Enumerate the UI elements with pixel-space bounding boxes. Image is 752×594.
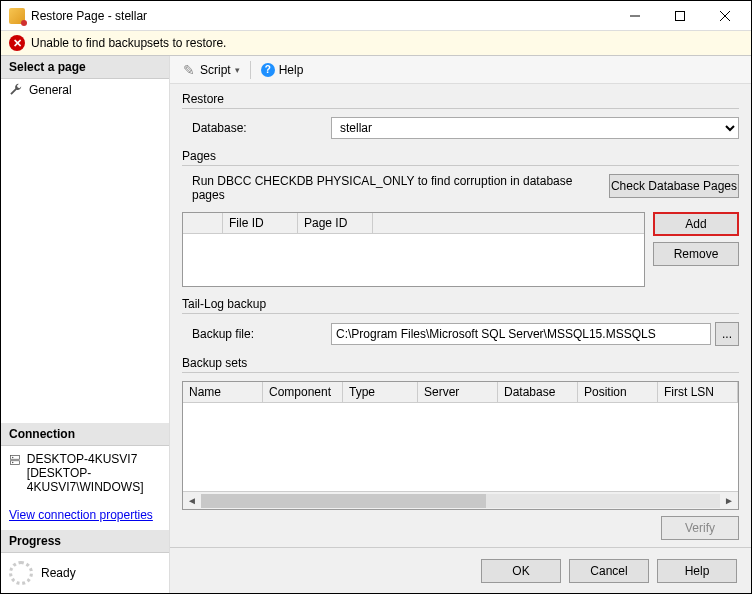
progress-text: Ready <box>41 566 76 580</box>
taillog-title: Tail-Log backup <box>182 297 739 314</box>
col-component: Component <box>263 382 343 402</box>
scroll-right-icon[interactable]: ► <box>720 495 738 506</box>
add-button[interactable]: Add <box>653 212 739 236</box>
progress-spinner <box>9 561 33 585</box>
error-icon: ✕ <box>9 35 25 51</box>
script-button[interactable]: ✎ Script ▾ <box>176 61 246 79</box>
close-button[interactable] <box>702 2 747 30</box>
restore-group: Restore Database: stellar <box>182 92 739 139</box>
scroll-left-icon[interactable]: ◄ <box>183 495 201 506</box>
col-server: Server <box>418 382 498 402</box>
backup-sets-group: Backup sets Name Component Type Server D… <box>182 356 739 540</box>
col-name: Name <box>183 382 263 402</box>
server-name: DESKTOP-4KUSVI7 <box>27 452 161 466</box>
help-footer-button[interactable]: Help <box>657 559 737 583</box>
col-fileid: File ID <box>223 213 298 233</box>
svg-point-7 <box>12 462 13 463</box>
col-position: Position <box>578 382 658 402</box>
toolbar: ✎ Script ▾ ? Help <box>170 56 751 84</box>
connection-header: Connection <box>1 423 169 446</box>
sidebar-item-label: General <box>29 83 72 97</box>
backup-file-input[interactable] <box>331 323 711 345</box>
restore-title: Restore <box>182 92 739 109</box>
sidebar-item-general[interactable]: General <box>1 79 169 101</box>
col-firstlsn: First LSN <box>658 382 738 402</box>
col-pageid: Page ID <box>298 213 373 233</box>
ok-button[interactable]: OK <box>481 559 561 583</box>
chevron-down-icon: ▾ <box>235 65 240 75</box>
database-label: Database: <box>182 121 327 135</box>
pages-hint: Run DBCC CHECKDB PHYSICAL_ONLY to find c… <box>182 174 601 202</box>
svg-point-6 <box>12 457 13 458</box>
server-detail: [DESKTOP-4KUSVI7\WINDOWS] <box>27 466 161 494</box>
maximize-button[interactable] <box>657 2 702 30</box>
col-type: Type <box>343 382 418 402</box>
script-icon: ✎ <box>182 63 196 77</box>
check-database-pages-button[interactable]: Check Database Pages <box>609 174 739 198</box>
select-page-header: Select a page <box>1 56 169 79</box>
backup-sets-grid[interactable]: Name Component Type Server Database Posi… <box>182 381 739 510</box>
backup-file-label: Backup file: <box>182 327 327 341</box>
minimize-button[interactable] <box>612 2 657 30</box>
window-title: Restore Page - stellar <box>31 9 612 23</box>
col-database: Database <box>498 382 578 402</box>
help-button[interactable]: ? Help <box>255 61 310 79</box>
dialog-footer: OK Cancel Help <box>170 547 751 593</box>
help-icon: ? <box>261 63 275 77</box>
progress-header: Progress <box>1 530 169 553</box>
backup-sets-title: Backup sets <box>182 356 739 373</box>
taillog-group: Tail-Log backup Backup file: ... <box>182 297 739 346</box>
svg-rect-4 <box>10 456 19 460</box>
wrench-icon <box>9 83 23 97</box>
title-bar: Restore Page - stellar <box>1 1 751 31</box>
browse-button[interactable]: ... <box>715 322 739 346</box>
pages-group: Pages Run DBCC CHECKDB PHYSICAL_ONLY to … <box>182 149 739 287</box>
pages-title: Pages <box>182 149 739 166</box>
svg-rect-5 <box>10 461 19 465</box>
view-connection-link[interactable]: View connection properties <box>1 500 169 530</box>
sidebar: Select a page General Connection DESKTOP… <box>1 56 170 593</box>
server-icon <box>9 452 21 468</box>
horizontal-scrollbar[interactable]: ◄ ► <box>183 491 738 509</box>
banner-message: Unable to find backupsets to restore. <box>31 36 226 50</box>
cancel-button[interactable]: Cancel <box>569 559 649 583</box>
verify-button: Verify <box>661 516 739 540</box>
pages-grid[interactable]: File ID Page ID <box>182 212 645 287</box>
svg-rect-1 <box>675 11 684 20</box>
col-blank <box>183 213 223 233</box>
warning-banner: ✕ Unable to find backupsets to restore. <box>1 31 751 56</box>
database-select[interactable]: stellar <box>331 117 739 139</box>
app-icon <box>9 8 25 24</box>
remove-button[interactable]: Remove <box>653 242 739 266</box>
